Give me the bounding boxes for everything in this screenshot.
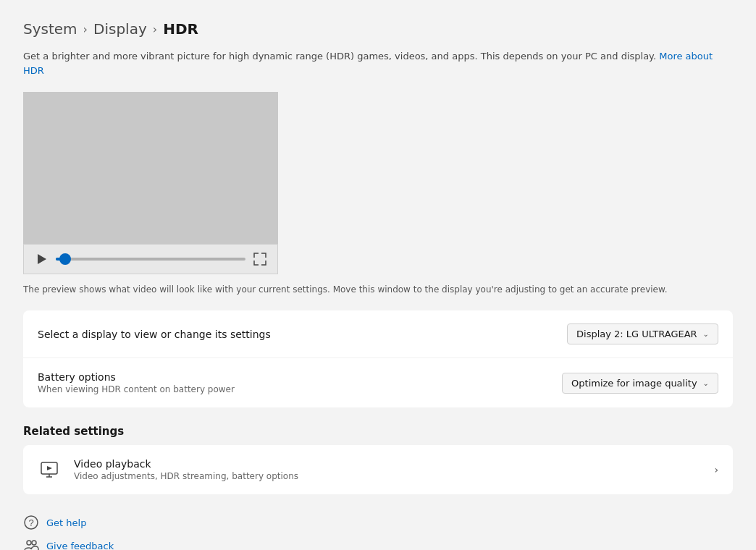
breadcrumb-sep-1: ›	[83, 22, 88, 36]
svg-point-8	[32, 541, 36, 545]
battery-options-row: Battery options When viewing HDR content…	[23, 358, 733, 407]
display-selector-dropdown[interactable]: Display 2: LG ULTRAGEAR ⌄	[567, 323, 718, 344]
breadcrumb: System › Display › HDR	[23, 20, 733, 38]
preview-controls	[23, 244, 278, 274]
expand-icon[interactable]	[253, 252, 267, 266]
breadcrumb-system[interactable]: System	[23, 20, 77, 38]
display-selector-value: Display 2: LG ULTRAGEAR	[576, 329, 697, 339]
page-description: Get a brighter and more vibrant picture …	[23, 49, 733, 77]
get-help-link[interactable]: Get help	[46, 517, 86, 528]
give-feedback-link[interactable]: Give feedback	[46, 541, 114, 551]
give-feedback-icon	[23, 538, 39, 550]
battery-options-value: Optimize for image quality	[571, 378, 697, 389]
battery-options-label: Battery options	[38, 371, 235, 383]
help-section: ? Get help Give feedback	[23, 515, 733, 550]
preview-slider-container[interactable]	[56, 252, 245, 266]
related-settings-card: Video playback Video adjustments, HDR st…	[23, 445, 733, 494]
video-playback-desc: Video adjustments, HDR streaming, batter…	[74, 471, 714, 481]
breadcrumb-sep-2: ›	[153, 22, 157, 36]
video-playback-row[interactable]: Video playback Video adjustments, HDR st…	[23, 445, 733, 494]
display-selector-label: Select a display to view or change its s…	[38, 329, 271, 340]
slider-thumb[interactable]	[59, 253, 71, 265]
svg-point-7	[27, 541, 31, 545]
video-playback-arrow: ›	[714, 464, 718, 475]
svg-marker-4	[47, 466, 52, 470]
video-playback-text: Video playback Video adjustments, HDR st…	[74, 458, 714, 481]
give-feedback-item[interactable]: Give feedback	[23, 538, 733, 550]
svg-marker-0	[38, 254, 46, 264]
video-playback-title: Video playback	[74, 458, 714, 470]
display-selector-chevron: ⌄	[703, 330, 709, 338]
get-help-item[interactable]: ? Get help	[23, 515, 733, 530]
battery-options-chevron: ⌄	[703, 379, 709, 387]
battery-options-sublabel: When viewing HDR content on battery powe…	[38, 384, 235, 394]
svg-text:?: ?	[28, 517, 33, 528]
settings-card: Select a display to view or change its s…	[23, 310, 733, 407]
play-icon[interactable]	[34, 252, 49, 266]
related-settings-title: Related settings	[23, 425, 733, 438]
breadcrumb-display[interactable]: Display	[93, 20, 147, 38]
battery-options-dropdown[interactable]: Optimize for image quality ⌄	[562, 373, 718, 394]
breadcrumb-hdr: HDR	[163, 20, 198, 38]
slider-track	[56, 258, 245, 261]
get-help-icon: ?	[23, 515, 39, 530]
display-selector-row: Select a display to view or change its s…	[23, 310, 733, 358]
preview-area	[23, 92, 278, 244]
battery-options-text: Battery options When viewing HDR content…	[38, 371, 235, 394]
video-playback-icon	[38, 457, 64, 483]
preview-caption: The preview shows what video will look l…	[23, 283, 675, 296]
